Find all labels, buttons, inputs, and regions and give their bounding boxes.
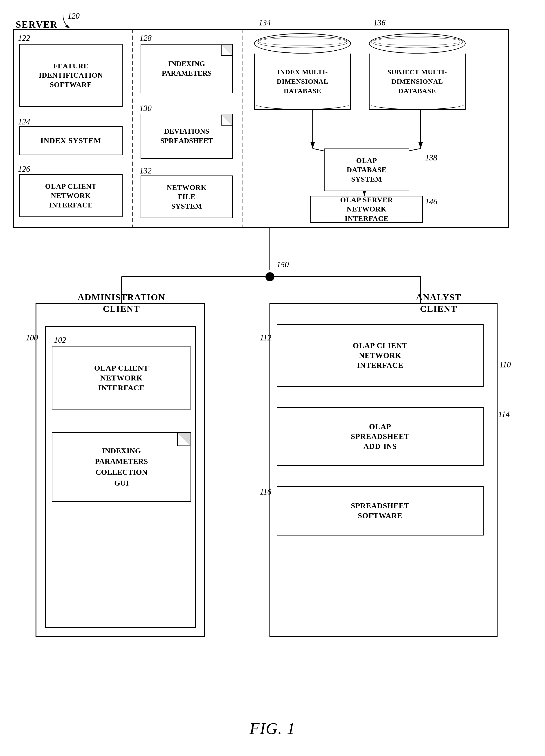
ref-138: 138 bbox=[425, 153, 437, 162]
ref-112: 112 bbox=[260, 333, 271, 342]
ref-110: 110 bbox=[499, 360, 511, 369]
index-multi-db-cylinder: INDEX MULTI-DIMENSIONALDATABASE bbox=[254, 33, 351, 110]
figure-label: FIG. 1 bbox=[250, 719, 295, 738]
analyst-olap-client-network-box: OLAP CLIENTNETWORKINTERFACE bbox=[276, 324, 484, 387]
indexing-params-gui-box: INDEXINGPARAMETERSCOLLECTIONGUI bbox=[52, 432, 191, 502]
subject-multi-db-cylinder: SUBJECT MULTI-DIMENSIONALDATABASE bbox=[369, 33, 466, 110]
ref-136: 136 bbox=[373, 18, 385, 27]
ref-150: 150 bbox=[276, 260, 289, 269]
spreadsheet-software-box: SPREADSHEETSOFTWARE bbox=[276, 486, 484, 535]
olap-db-system-box: OLAPDATABASESYSTEM bbox=[324, 149, 409, 191]
ref-100: 100 bbox=[26, 333, 38, 342]
ref-126: 126 bbox=[18, 164, 30, 174]
ref-122: 122 bbox=[18, 33, 30, 43]
ref-128: 128 bbox=[140, 33, 152, 43]
ref-146: 146 bbox=[425, 197, 437, 206]
olap-client-network-box: OLAP CLIENTNETWORKINTERFACE bbox=[19, 174, 123, 217]
ref-102: 102 bbox=[54, 335, 66, 345]
ref-114: 114 bbox=[498, 409, 510, 419]
ref-132: 132 bbox=[140, 166, 152, 175]
admin-olap-client-network-box: OLAP CLIENTNETWORKINTERFACE bbox=[52, 347, 191, 409]
indexing-parameters-box: INDEXINGPARAMETERS bbox=[141, 44, 233, 93]
index-system-box: INDEX SYSTEM bbox=[19, 126, 123, 155]
analyst-client-label: ANALYSTCLIENT bbox=[382, 291, 495, 315]
deviations-spreadsheet-box: DEVIATIONSSPREADSHEET bbox=[141, 114, 233, 159]
olap-server-network-box: OLAP SERVERNETWORKINTERFACE bbox=[310, 196, 423, 223]
svg-point-11 bbox=[266, 272, 274, 281]
olap-spreadsheet-box: OLAPSPREADSHEETADD-INS bbox=[276, 407, 484, 466]
ref-116: 116 bbox=[260, 487, 271, 497]
ref-134: 134 bbox=[259, 18, 271, 27]
ref-130: 130 bbox=[140, 103, 152, 113]
admin-client-label: ADMINISTRATIONCLIENT bbox=[37, 291, 206, 315]
network-file-system-box: NETWORKFILESYSTEM bbox=[141, 175, 233, 218]
feature-id-software-box: FEATUREIDENTIFICATIONSOFTWARE bbox=[19, 44, 123, 107]
ref-124: 124 bbox=[18, 117, 30, 126]
